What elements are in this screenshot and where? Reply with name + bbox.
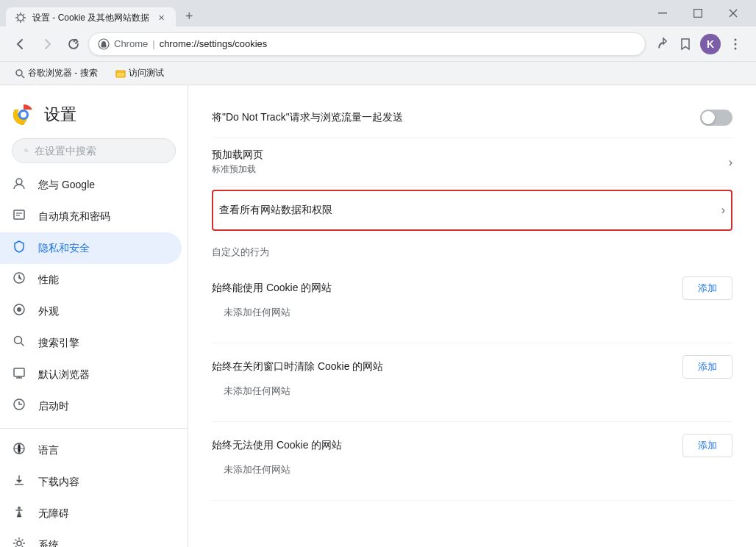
svg-point-9	[735, 47, 737, 49]
downloads-icon	[12, 473, 26, 490]
sidebar: 设置 您与 Google 自动填充和密码 隐私和安全	[0, 85, 188, 547]
sidebar-header: 设置	[0, 91, 188, 132]
svg-point-34	[17, 541, 21, 546]
preload-action: ›	[729, 156, 732, 169]
clear-on-close-empty: 未添加任何网站	[212, 379, 732, 410]
sidebar-item-autofill-label: 自动填充和密码	[38, 210, 110, 224]
svg-point-7	[735, 38, 737, 40]
svg-point-24	[17, 307, 21, 312]
always-block-add-button[interactable]: 添加	[682, 434, 732, 457]
sidebar-search-box[interactable]	[12, 138, 176, 163]
reload-button[interactable]	[62, 32, 85, 56]
always-allow-empty: 未添加任何网站	[212, 300, 732, 331]
system-icon	[12, 537, 26, 547]
svg-line-26	[21, 343, 24, 346]
sidebar-item-system[interactable]: 系统	[0, 529, 182, 547]
sidebar-item-autofill[interactable]: 自动填充和密码	[0, 201, 182, 232]
sidebar-item-performance-label: 性能	[38, 274, 59, 287]
svg-point-25	[15, 337, 22, 344]
sidebar-item-privacy-label: 隐私和安全	[38, 242, 90, 255]
sidebar-search-icon	[24, 145, 29, 157]
toggle-knob	[702, 111, 715, 124]
sidebar-item-appearance[interactable]: 外观	[0, 296, 182, 327]
sidebar-search-input[interactable]	[35, 145, 163, 157]
custom-behavior-header: 自定义的行为	[212, 234, 732, 265]
svg-point-15	[21, 112, 26, 118]
bookmark-visit[interactable]: 访问测试	[110, 64, 170, 82]
always-allow-add-button[interactable]: 添加	[682, 276, 732, 300]
view-all-sites-action: ›	[721, 204, 725, 217]
sidebar-item-default-browser[interactable]: 默认浏览器	[0, 359, 182, 390]
autofill-icon	[12, 208, 26, 225]
clear-on-close-section: 始终在关闭窗口时清除 Cookie 的网站 添加 未添加任何网站	[212, 343, 732, 422]
sidebar-item-startup-label: 启动时	[38, 400, 69, 413]
maximize-button[interactable]	[681, 3, 715, 24]
tab-close-button[interactable]: ✕	[155, 12, 167, 24]
share-button[interactable]	[649, 32, 672, 56]
svg-point-0	[18, 15, 24, 21]
bookmark-search-label: 谷歌浏览器 - 搜索	[28, 67, 98, 79]
always-block-empty: 未添加任何网站	[212, 457, 732, 488]
minimize-button[interactable]	[646, 3, 680, 24]
sidebar-item-accessibility[interactable]: 无障碍	[0, 498, 182, 529]
appearance-icon	[12, 303, 26, 320]
tab-title: 设置 - Cookie 及其他网站数据	[32, 12, 149, 24]
sidebar-item-google-label: 您与 Google	[38, 179, 95, 192]
svg-point-16	[25, 149, 27, 151]
close-button[interactable]	[716, 3, 750, 24]
do-not-track-toggle[interactable]	[700, 110, 732, 126]
sidebar-item-downloads-label: 下载内容	[38, 476, 79, 489]
language-icon	[12, 442, 26, 459]
main-content: 设置 您与 Google 自动填充和密码 隐私和安全	[0, 85, 756, 547]
sidebar-item-startup[interactable]: 启动时	[0, 390, 182, 422]
sidebar-item-accessibility-label: 无障碍	[38, 507, 69, 521]
settings-title: 设置	[44, 104, 76, 126]
svg-line-17	[27, 151, 29, 153]
preload-info: 预加载网页 标准预加载	[212, 149, 717, 176]
sidebar-item-performance[interactable]: 性能	[0, 264, 182, 296]
default-browser-icon	[12, 366, 26, 383]
sidebar-item-google[interactable]: 您与 Google	[0, 169, 182, 201]
content-scroll: 将"Do Not Track"请求与浏览流量一起发送 预加载网页 标准预加载 ›	[188, 85, 756, 512]
accessibility-icon	[12, 505, 26, 522]
svg-rect-27	[14, 368, 24, 376]
clear-on-close-add-button[interactable]: 添加	[682, 355, 732, 379]
active-tab[interactable]: 设置 - Cookie 及其他网站数据 ✕	[6, 7, 176, 28]
sidebar-item-language[interactable]: 语言	[0, 435, 182, 466]
window-controls	[646, 3, 750, 24]
bookmark-button[interactable]	[674, 32, 697, 56]
back-button[interactable]	[9, 32, 32, 56]
preload-row[interactable]: 预加载网页 标准预加载 ›	[212, 138, 732, 187]
do-not-track-info: 将"Do Not Track"请求与浏览流量一起发送	[212, 111, 688, 124]
forward-button[interactable]	[35, 32, 59, 56]
title-bar: 设置 - Cookie 及其他网站数据 ✕ +	[0, 0, 756, 26]
more-button[interactable]	[724, 32, 747, 56]
view-all-sites-row[interactable]: 查看所有网站数据和权限 ›	[212, 190, 732, 231]
do-not-track-row: 将"Do Not Track"请求与浏览流量一起发送	[212, 97, 732, 138]
sidebar-item-system-label: 系统	[38, 539, 59, 548]
address-bar[interactable]: Chrome | chrome://settings/cookies	[88, 32, 646, 56]
chrome-logo	[12, 103, 35, 126]
sidebar-item-privacy[interactable]: 隐私和安全	[0, 232, 182, 264]
new-tab-button[interactable]: +	[179, 6, 199, 26]
sidebar-item-search-label: 搜索引擎	[38, 337, 79, 350]
bookmark-search[interactable]: 谷歌浏览器 - 搜索	[9, 64, 104, 82]
svg-point-8	[735, 43, 737, 45]
svg-rect-1	[658, 12, 667, 14]
profile-button[interactable]: K	[699, 32, 722, 56]
do-not-track-title: 将"Do Not Track"请求与浏览流量一起发送	[212, 111, 688, 124]
search-engine-icon	[12, 335, 26, 351]
svg-point-33	[18, 507, 21, 510]
bookmark-folder-icon	[115, 68, 126, 79]
sidebar-item-appearance-label: 外观	[38, 305, 59, 318]
nav-actions: K	[649, 32, 747, 56]
address-chrome-text: Chrome	[114, 38, 148, 49]
bookmark-search-icon	[15, 68, 25, 79]
svg-rect-12	[116, 71, 125, 77]
clear-on-close-title: 始终在关闭窗口时清除 Cookie 的网站	[212, 360, 383, 373]
sidebar-item-downloads[interactable]: 下载内容	[0, 466, 182, 498]
always-block-header: 始终无法使用 Cookie 的网站 添加	[212, 434, 732, 457]
tab-favicon	[15, 12, 26, 24]
sidebar-item-search[interactable]: 搜索引擎	[0, 327, 182, 359]
startup-icon	[12, 398, 26, 415]
